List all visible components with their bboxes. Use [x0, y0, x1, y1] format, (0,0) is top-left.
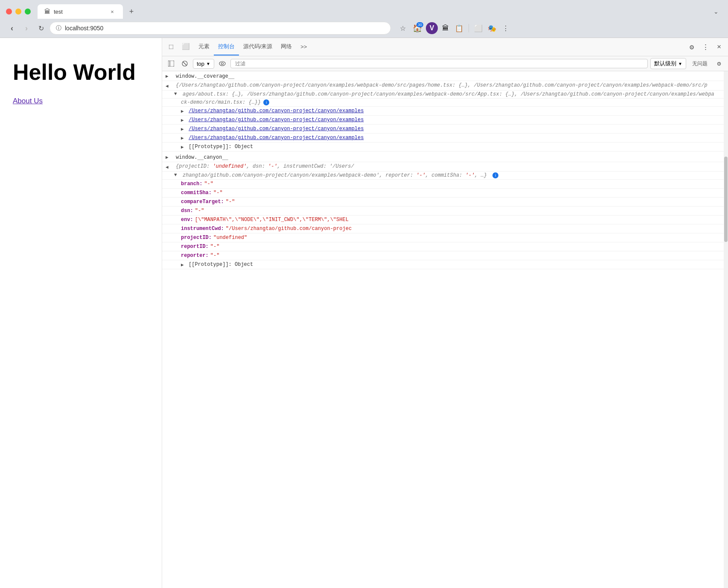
- projectid-row[interactable]: projectID: "undefined": [162, 233, 724, 242]
- coverage-object-line[interactable]: ◀ {/Users/zhangtao/github.com/canyon-pro…: [162, 81, 724, 90]
- coverage-section-header[interactable]: ▶ window.__coverage__: [162, 71, 724, 81]
- sidebar-panel-button[interactable]: [166, 58, 177, 69]
- chrome-menu-icon[interactable]: ⋮: [500, 22, 512, 34]
- devtools-panel: ⬚ ⬜ 元素 控制台 源代码/来源 网络 >> ⚙ ⋮ ×: [162, 38, 728, 588]
- console-settings-icon[interactable]: ⚙: [713, 58, 725, 69]
- browser-window: 🏛 test × + ⌄ ‹ › ↻ ⓘ localhost:9050 ☆ 🏠 …: [0, 0, 728, 588]
- profile-icon[interactable]: 🎭: [486, 22, 498, 34]
- commitsha-key: commitSha:: [181, 190, 212, 196]
- coverage-path-1[interactable]: ▶ /Users/zhangtao/github.com/canyon-proj…: [162, 107, 724, 116]
- webpage-content: Hello World About Us: [0, 38, 162, 588]
- comparetarget-key: compareTarget:: [181, 199, 224, 205]
- dsn-row[interactable]: dsn: "-": [162, 207, 724, 215]
- tab-network[interactable]: 网络: [277, 38, 296, 55]
- proto1-arrow-icon: ▶: [181, 144, 186, 150]
- scrollbar-track[interactable]: [724, 71, 728, 588]
- reporter-key: reporter:: [181, 253, 209, 259]
- svg-point-4: [219, 61, 225, 66]
- svg-rect-0: [168, 61, 174, 67]
- new-tab-button[interactable]: +: [125, 6, 137, 17]
- console-output-wrapper: ▶ window.__coverage__ ◀ {/Users/zhangtao…: [162, 71, 728, 588]
- reportid-row[interactable]: reportID: "-": [162, 242, 724, 251]
- env-row[interactable]: env: [\"MANPATH\",\"NODE\",\"INIT_CWD\",…: [162, 215, 724, 224]
- address-bar: ‹ › ↻ ⓘ localhost:9050 ☆ 🏠 30 V 🏛 📋 ⬜ 🎭 …: [0, 19, 728, 38]
- tab-title: test: [54, 9, 105, 15]
- back-button[interactable]: ‹: [6, 22, 18, 34]
- browser-tab[interactable]: 🏛 test ×: [38, 4, 123, 19]
- coverage-expanded-line2[interactable]: ck-demo/src/main.tsx: {…}} i: [162, 99, 724, 107]
- instrumentcwd-row[interactable]: instrumentCwd: "/Users/zhangtao/github.c…: [162, 224, 724, 233]
- coverage-path-2[interactable]: ▶ /Users/zhangtao/github.com/canyon-proj…: [162, 116, 724, 125]
- devtools-settings-icon[interactable]: ⚙: [685, 41, 698, 53]
- env-key: env:: [181, 217, 193, 223]
- coverage-label: window.__coverage__: [176, 73, 234, 79]
- forward-button[interactable]: ›: [20, 22, 32, 34]
- extensions-icon[interactable]: 🏠 30: [411, 21, 424, 35]
- devtools-more-icon[interactable]: ⋮: [699, 41, 712, 53]
- minimize-button[interactable]: [15, 9, 21, 15]
- main-layout: Hello World About Us ⬚ ⬜ 元素 控制台 源代码/来源 网…: [0, 38, 728, 588]
- console-filter-input[interactable]: [230, 59, 648, 68]
- reporter-row[interactable]: reporter: "-": [162, 251, 724, 260]
- tab-inspect[interactable]: ⬚: [165, 38, 178, 56]
- path2-arrow-icon: ▶: [181, 117, 186, 123]
- canyon-prototype[interactable]: ▶ [[Prototype]]: Object: [162, 260, 724, 269]
- coverage-left-arrow-icon: ◀: [166, 83, 174, 89]
- scrollbar-thumb[interactable]: [724, 157, 728, 242]
- close-button[interactable]: [6, 9, 12, 15]
- canyon-expanded-line[interactable]: ▼ zhangtao/github.com/canyon-project/can…: [162, 172, 724, 180]
- comparetarget-row[interactable]: compareTarget: "-": [162, 198, 724, 207]
- tab-elements[interactable]: 元素: [194, 38, 214, 55]
- refresh-button[interactable]: ↻: [35, 22, 47, 34]
- branch-row[interactable]: branch: "-": [162, 180, 724, 189]
- canyon-section-header[interactable]: ▶ window.__canyon__: [162, 152, 724, 162]
- tab-icon: 🏛: [44, 8, 50, 15]
- coverage-prototype[interactable]: ▶ [[Prototype]]: Object: [162, 143, 724, 151]
- url-bar[interactable]: ⓘ localhost:9050: [50, 22, 391, 35]
- reporter-value: "-": [210, 253, 220, 259]
- clear-console-button[interactable]: [179, 58, 190, 69]
- castle-icon[interactable]: 🏛: [440, 22, 451, 34]
- devtools-right-controls: ⚙ ⋮ ×: [685, 41, 725, 53]
- live-expressions-button[interactable]: [217, 58, 228, 69]
- coverage-path-3[interactable]: ▶ /Users/zhangtao/github.com/canyon-proj…: [162, 125, 724, 134]
- tab-console[interactable]: 控制台: [214, 38, 239, 55]
- v-extension-icon[interactable]: V: [426, 22, 438, 34]
- context-chevron-icon: ▼: [206, 61, 210, 66]
- issues-label: 无问题: [689, 59, 711, 69]
- canyon-object-line[interactable]: ◀ {projectID: 'undefined', dsn: '-', ins…: [162, 162, 724, 172]
- dsn-value: "-": [195, 208, 204, 214]
- coverage-expanded-line1[interactable]: ▼ ages/about.tsx: {…}, /Users/zhangtao/g…: [162, 90, 724, 99]
- console-output[interactable]: ▶ window.__coverage__ ◀ {/Users/zhangtao…: [162, 71, 724, 588]
- reportid-value: "-": [210, 244, 220, 250]
- about-us-link[interactable]: About Us: [13, 97, 43, 105]
- path1-arrow-icon: ▶: [181, 108, 186, 114]
- svg-line-3: [183, 62, 186, 65]
- tab-device[interactable]: ⬜: [178, 38, 194, 56]
- context-selector[interactable]: top ▼: [193, 59, 214, 69]
- tab-expand-button[interactable]: ⌄: [710, 6, 722, 17]
- bookmark-icon[interactable]: ☆: [397, 22, 409, 34]
- projectid-value: "undefined": [213, 235, 247, 241]
- sidebar-toggle-icon[interactable]: ⬜: [472, 22, 484, 34]
- proto2-arrow-icon: ▶: [181, 262, 186, 268]
- coverage-arrow-icon: ▶: [166, 73, 172, 79]
- projectid-key: projectID:: [181, 235, 212, 241]
- reportid-key: reportID:: [181, 244, 209, 250]
- info-badge-canyon: i: [492, 172, 498, 178]
- maximize-button[interactable]: [25, 9, 31, 15]
- coverage-path-4[interactable]: ▶ /Users/zhangtao/github.com/canyon-proj…: [162, 134, 724, 143]
- path1-text: /Users/zhangtao/github.com/canyon-projec…: [189, 108, 364, 114]
- devtools-close-icon[interactable]: ×: [713, 41, 725, 53]
- canyon-preview: {projectID: 'undefined', dsn: '-', instr…: [176, 163, 720, 169]
- level-label: 默认级别: [654, 60, 676, 67]
- context-value: top: [197, 61, 204, 67]
- tab-source[interactable]: 源代码/来源: [239, 38, 277, 55]
- console-toolbar: top ▼ 默认级别 ▼ 无问题 ⚙: [162, 56, 728, 71]
- tab-more[interactable]: >>: [296, 39, 311, 55]
- commitsha-row[interactable]: commitSha: "-": [162, 189, 724, 198]
- clipboard-icon[interactable]: 📋: [453, 22, 465, 34]
- devtools-tab-bar: ⬚ ⬜ 元素 控制台 源代码/来源 网络 >> ⚙ ⋮ ×: [162, 38, 728, 56]
- tab-close-icon[interactable]: ×: [108, 8, 116, 15]
- log-level-selector[interactable]: 默认级别 ▼: [650, 58, 686, 69]
